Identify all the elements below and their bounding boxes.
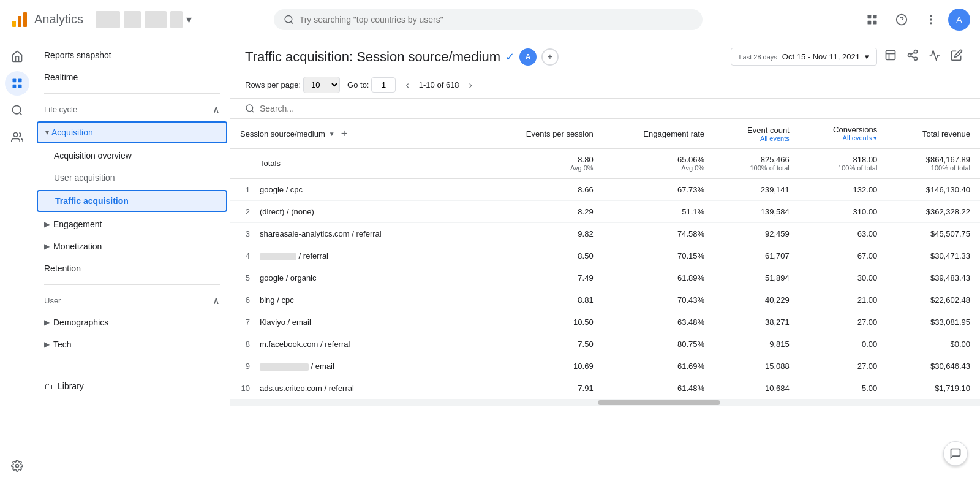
app-title: Analytics — [34, 12, 83, 26]
sidebar-icon-advertising[interactable] — [5, 125, 29, 150]
sidebar-icon-explore[interactable] — [5, 98, 29, 123]
svg-rect-14 — [12, 79, 16, 83]
row-number: 7 — [240, 317, 250, 327]
tech-label: Tech — [53, 340, 72, 349]
sidebar-item-monetization[interactable]: ▶ Monetization — [34, 235, 230, 257]
traffic-acquisition-label: Traffic acquisition — [55, 196, 129, 206]
monetization-expand-arrow: ▶ — [44, 242, 50, 251]
property-selector[interactable]: ▾ — [96, 11, 192, 28]
cell-total_revenue-7: $33,081.95 — [887, 311, 980, 333]
cell-engagement_rate-9: 61.69% — [603, 355, 714, 377]
sidebar-item-acquisition[interactable]: ▾ Acquisition — [37, 121, 227, 143]
sidebar-icon-configure[interactable] — [5, 453, 29, 478]
lifecycle-group-header[interactable]: Life cycle ∧ — [34, 99, 230, 120]
table-row: 3shareasale-analytics.com / referral9.82… — [230, 223, 980, 245]
sidebar-icon-reports[interactable] — [5, 71, 29, 96]
pagination-next-button[interactable]: › — [467, 77, 475, 93]
cell-source-7: 7Klaviyo / email — [230, 311, 483, 333]
acquisition-label: Acquisition — [51, 127, 93, 137]
event-count-filter-link[interactable]: All events — [760, 135, 790, 142]
report-insights-button[interactable] — [926, 47, 943, 67]
sidebar-item-library[interactable]: 🗀 Library — [34, 375, 230, 397]
cell-conversions-5: 30.00 — [799, 267, 888, 289]
sidebar-icon-nav — [0, 39, 34, 478]
apps-button[interactable] — [860, 7, 884, 32]
rows-per-page-control: Rows per page: 10 25 50 100 — [245, 77, 340, 93]
sidebar-item-retention[interactable]: Retention — [34, 257, 230, 279]
cell-source-9: 9 / email — [230, 355, 483, 377]
goto-input[interactable] — [371, 77, 396, 93]
sidebar-item-realtime[interactable]: Realtime — [34, 66, 230, 88]
cell-total_revenue-5: $39,483.43 — [887, 267, 980, 289]
cell-conversions-10: 5.00 — [799, 377, 888, 400]
row-number: 4 — [240, 251, 250, 260]
sidebar-item-acquisition-overview[interactable]: Acquisition overview — [34, 145, 230, 167]
cell-event_count-7: 38,271 — [714, 311, 799, 333]
source-text: / referral — [296, 251, 328, 260]
cell-conversions-9: 27.00 — [799, 355, 888, 377]
svg-rect-0 — [12, 21, 16, 27]
col-header-conversions[interactable]: Conversions All events ▾ — [799, 119, 888, 149]
add-report-button[interactable]: + — [541, 48, 559, 66]
table-row: 1google / cpc8.6667.73%239,141132.00$146… — [230, 178, 980, 201]
cell-conversions-7: 27.00 — [799, 311, 888, 333]
col-header-events-per-session[interactable]: Events per session — [483, 119, 603, 149]
sidebar-item-tech[interactable]: ▶ Tech — [34, 333, 230, 355]
sidebar-icon-home[interactable] — [5, 44, 29, 69]
svg-line-31 — [252, 110, 254, 112]
rows-per-page-select[interactable]: 10 25 50 100 — [303, 77, 340, 93]
property-block-3 — [145, 11, 167, 28]
totals-revenue: $864,167.89 100% of total — [887, 149, 980, 179]
library-folder-icon: 🗀 — [44, 381, 53, 391]
report-search-bar[interactable] — [230, 99, 980, 119]
sidebar-item-demographics[interactable]: ▶ Demographics — [34, 311, 230, 333]
sidebar-item-user-acquisition[interactable]: User acquisition — [34, 167, 230, 189]
global-search-input[interactable] — [300, 15, 693, 25]
conversions-filter-link[interactable]: All events ▾ — [843, 134, 878, 142]
help-button[interactable] — [889, 7, 914, 32]
add-column-button[interactable]: + — [337, 126, 352, 142]
col-header-total-revenue[interactable]: Total revenue — [887, 119, 980, 149]
report-search-input[interactable] — [260, 104, 443, 113]
sidebar-nav: Reports snapshot Realtime Life cycle ∧ ▾… — [34, 39, 230, 478]
user-group-header[interactable]: User ∧ — [34, 290, 230, 311]
date-range-label: Last 28 days — [739, 53, 777, 61]
source-text: (direct) / (none) — [260, 207, 314, 216]
nav-divider-2 — [44, 284, 220, 285]
cell-engagement_rate-2: 51.1% — [603, 201, 714, 223]
more-button[interactable] — [919, 7, 943, 32]
table-row: 4 / referral8.5070.15%61,70767.00$30,471… — [230, 245, 980, 267]
cell-engagement_rate-10: 61.48% — [603, 377, 714, 400]
svg-point-11 — [930, 15, 932, 17]
sidebar-item-reports-snapshot[interactable]: Reports snapshot — [34, 44, 230, 66]
scrollbar-thumb[interactable] — [598, 400, 720, 405]
source-text: bing / cpc — [260, 295, 294, 305]
date-range-value: Oct 15 - Nov 11, 2021 — [782, 52, 860, 61]
pagination-prev-button[interactable]: ‹ — [403, 77, 411, 93]
report-verified-icon: ✓ — [505, 50, 514, 64]
pagination-row: Rows per page: 10 25 50 100 Go to: ‹ 1-1… — [245, 74, 965, 93]
report-share-button[interactable] — [904, 47, 921, 67]
global-search-bar[interactable] — [274, 9, 703, 30]
table-row: 6bing / cpc8.8170.43%40,22921.00$22,602.… — [230, 289, 980, 311]
report-customize-button[interactable] — [882, 47, 899, 67]
col-header-event-count[interactable]: Event count All events — [714, 119, 799, 149]
sidebar-item-traffic-acquisition[interactable]: Traffic acquisition — [37, 190, 227, 212]
user-report-avatar: A — [519, 48, 537, 66]
date-picker[interactable]: Last 28 days Oct 15 - Nov 11, 2021 ▾ — [731, 48, 877, 66]
user-avatar[interactable]: A — [948, 9, 970, 31]
col-header-source[interactable]: Session source/medium ▼ + — [230, 119, 483, 149]
goto-control: Go to: — [347, 77, 396, 93]
lifecycle-collapse-icon: ∧ — [213, 104, 220, 115]
sidebar-item-engagement[interactable]: ▶ Engagement — [34, 213, 230, 235]
source-text: google / cpc — [260, 185, 303, 194]
chat-button[interactable] — [943, 441, 968, 466]
svg-line-29 — [911, 52, 914, 54]
horizontal-scrollbar[interactable] — [230, 400, 980, 406]
table-body: Totals 8.80 Avg 0% 65.06% Avg 0% 825,466… — [230, 149, 980, 400]
engagement-expand-arrow: ▶ — [44, 220, 50, 229]
user-acquisition-label: User acquisition — [54, 173, 115, 183]
report-edit-button[interactable] — [948, 47, 965, 67]
col-header-engagement-rate[interactable]: Engagement rate — [603, 119, 714, 149]
acquisition-expand-arrow: ▾ — [45, 128, 49, 137]
